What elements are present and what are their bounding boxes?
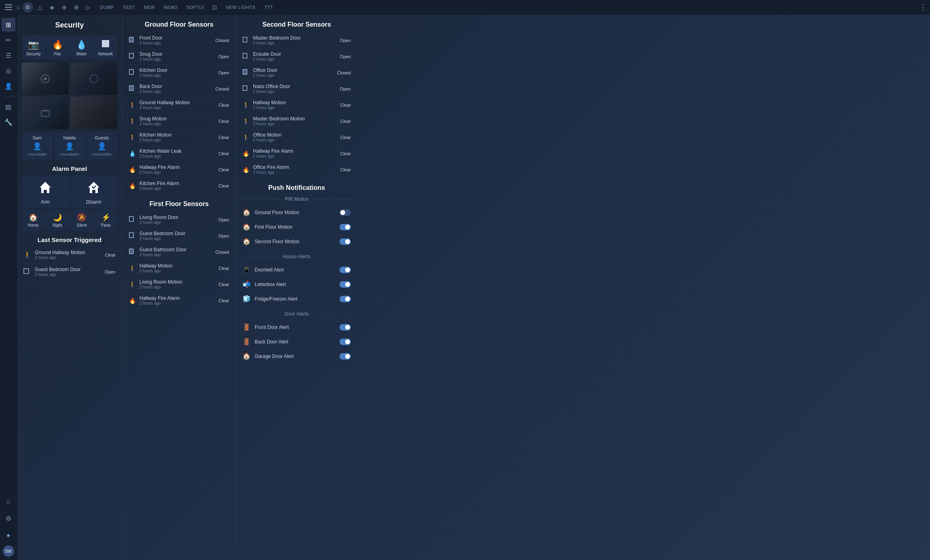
user-sam[interactable]: Sam 👤 Unavailable — [22, 132, 53, 160]
mode-home[interactable]: 🏠 Home — [22, 210, 44, 231]
push-back-door-alert[interactable]: 🚪 Back Door Alert — [241, 335, 352, 349]
user-guests[interactable]: Guests 👤 Unavailable — [86, 132, 117, 160]
sf-office-door-icon — [243, 69, 250, 76]
push-front-door-alert[interactable]: 🚪 Front Door Alert — [241, 320, 352, 335]
sidebar-item-chat[interactable]: ● — [2, 528, 15, 542]
mode-silent[interactable]: 🔕 Silent — [70, 210, 93, 231]
ff-door-guest-bedroom[interactable]: Guest Bedroom Door 2 hours ago Open — [127, 228, 231, 244]
gf-fire-kitchen[interactable]: 🔥 Kitchen Fire Alarm 2 hours ago Clear — [127, 178, 231, 194]
gf-motion-hallway[interactable]: 🚶 Ground Hallway Motion 2 hours ago Clea… — [127, 97, 231, 113]
ff-living-motion-icon: 🚶 — [129, 281, 136, 288]
nav-test[interactable]: TEST — [119, 3, 139, 11]
ff-motion-hallway[interactable]: 🚶 Hallway Motion 2 hours ago Clear — [127, 260, 231, 276]
sidebar-item-list[interactable]: ☰ — [2, 48, 15, 62]
mode-night[interactable]: 🌙 Night — [46, 210, 69, 231]
gf-motion-kitchen[interactable]: 🚶 Kitchen Motion 2 hours ago Clear — [127, 129, 231, 145]
nav-icon-5[interactable]: ▷ — [83, 2, 94, 13]
app-body: ⊞ ✏ ☰ ◎ 👤 ▤ 🔧 ⌂ ⚙ ● SW Security 📷 Securi… — [0, 15, 930, 560]
topnav-items: DUMP TEST NEW NEW2 SOFTUI ⊡ NEW LIGHTS T… — [96, 2, 919, 13]
sf-door-ensuite[interactable]: Ensuite Door 2 hours ago Open — [241, 48, 352, 65]
push-second-floor-motion[interactable]: 🏠 Second Floor Motion — [241, 234, 352, 249]
security-cam-icon: 📷 — [28, 40, 39, 50]
sf-fire-hallway[interactable]: 🔥 Hallway Fire Alarm 2 hours ago Clear — [241, 145, 352, 162]
fire-icon: 🔥 — [52, 40, 63, 50]
disarm-button[interactable]: Disarm — [70, 175, 117, 208]
nav-newlights[interactable]: NEW LIGHTS — [221, 3, 259, 11]
sidebar-item-person[interactable]: 👤 — [2, 79, 15, 93]
push-letterbox[interactable]: 📬 Letterbox Alert — [241, 277, 352, 292]
push-garage-door-alert[interactable]: 🏠 Garage Door Alert — [241, 349, 352, 364]
security-tile-water[interactable]: 💧 Water — [70, 35, 93, 59]
push-fridge-toggle[interactable] — [340, 296, 351, 302]
user-nabila[interactable]: Nabila 👤 Unavailable — [54, 132, 85, 160]
push-first-floor-motion[interactable]: 🏠 First Floor Motion — [241, 220, 352, 234]
sidebar-item-home-bottom[interactable]: ⌂ — [2, 495, 15, 508]
camera-3[interactable] — [22, 97, 69, 129]
gf-front-door-state: Closed — [215, 38, 229, 43]
gf-fire-hallway[interactable]: 🔥 Hallway Fire Alarm 2 hours ago Clear — [127, 162, 231, 178]
ff-guest-bedroom-door-name: Guest Bedroom Door — [139, 231, 215, 236]
sf-motion-hallway[interactable]: 🚶 Hallway Motion 2 hours ago Clear — [241, 97, 352, 113]
push-fridge[interactable]: 🧊 Fridge/Freezer Alert — [241, 292, 352, 306]
sf-door-nabs[interactable]: Nabs Office Door 2 hours ago Open — [241, 81, 352, 97]
sf-motion-master[interactable]: 🚶 Master Bedroom Motion 2 hours ago Clea… — [241, 113, 352, 129]
push-ground-floor-motion[interactable]: 🏠 Ground Floor Motion — [241, 205, 352, 220]
camera-4[interactable] — [70, 97, 117, 129]
camera-2[interactable] — [70, 63, 117, 95]
topnav-more-button[interactable]: ⋮ — [919, 3, 927, 12]
sidebar-item-list2[interactable]: ▤ — [2, 100, 15, 114]
security-tile-network[interactable]: Network — [94, 35, 118, 59]
gf-door-back[interactable]: Back Door 2 hours ago Closed — [127, 81, 231, 97]
gf-door-kitchen[interactable]: Kitchen Door 2 hours ago Open — [127, 65, 231, 81]
nav-new[interactable]: NEW — [140, 3, 159, 11]
push-doorbell-toggle[interactable] — [340, 267, 351, 273]
home-nav-icon[interactable]: ⌂ — [16, 4, 20, 11]
ff-door-guest-bathroom[interactable]: Guest Bathroom Door 2 hours ago Closed — [127, 244, 231, 260]
camera-1[interactable] — [22, 63, 69, 95]
nav-icon-2[interactable]: ◈ — [47, 2, 57, 13]
ff-motion-living[interactable]: 🚶 Living Room Motion 2 hours ago Clear — [127, 276, 231, 293]
nav-ttt[interactable]: TTT — [260, 3, 277, 11]
gf-door-front[interactable]: Front Door 2 hours ago Closed — [127, 32, 231, 48]
ff-fire-hallway[interactable]: 🔥 Hallway Fire Alarm 2 hours ago Clear — [127, 293, 231, 309]
sf-motion-office[interactable]: 🚶 Office Motion 2 hours ago Clear — [241, 129, 352, 145]
push-fridge-knob — [345, 297, 350, 301]
mode-panic[interactable]: ⚡ Panic — [95, 210, 117, 231]
arm-button[interactable]: Arm — [22, 175, 69, 208]
sidebar-item-wrench[interactable]: 🔧 — [2, 115, 15, 129]
sf-door-office[interactable]: Office Door 2 hours ago Closed — [241, 65, 352, 81]
nav-softui[interactable]: SOFTUI — [182, 3, 208, 11]
nav-icon-4[interactable]: ⊗ — [71, 2, 82, 13]
push-front-door-toggle[interactable] — [340, 324, 351, 331]
sidebar-avatar[interactable]: SW — [3, 545, 14, 557]
sf-door-master[interactable]: Master Bedroom Door 2 hours ago Open — [241, 32, 352, 48]
main-content: Security 📷 Security 🔥 Fire 💧 Water — [17, 15, 930, 560]
nav-new2[interactable]: NEW2 — [160, 3, 181, 11]
nav-icon-3[interactable]: ⊕ — [59, 2, 70, 13]
push-back-door-toggle[interactable] — [340, 339, 351, 345]
push-first-motion-toggle[interactable] — [340, 224, 351, 230]
sf-office-motion-info: Office Motion 2 hours ago — [253, 132, 337, 142]
active-nav-icon[interactable]: ⊙ — [23, 2, 33, 13]
sidebar-item-pencil[interactable]: ✏ — [2, 33, 15, 47]
nav-softui-icon[interactable]: ⊡ — [209, 2, 220, 13]
sidebar-item-gauge[interactable]: ◎ — [2, 64, 15, 78]
gf-motion-snug[interactable]: 🚶 Snug Motion 2 hours ago Clear — [127, 113, 231, 129]
nav-icon-1[interactable]: △ — [35, 2, 45, 13]
gf-water-leak[interactable]: 💧 Kitchen Water Leak 2 hours ago Clear — [127, 145, 231, 162]
push-second-motion-toggle[interactable] — [340, 238, 351, 245]
nav-dump[interactable]: DUMP — [96, 3, 118, 11]
ff-guest-bathroom-door-time: 2 hours ago — [139, 253, 212, 257]
security-tile-security[interactable]: 📷 Security — [22, 35, 45, 59]
security-tile-fire[interactable]: 🔥 Fire — [46, 35, 70, 59]
gf-door-snug[interactable]: Snug Door 2 hours ago Open — [127, 48, 231, 65]
push-letterbox-toggle[interactable] — [340, 281, 351, 288]
sidebar-item-grid[interactable]: ⊞ — [2, 18, 15, 32]
sidebar-item-settings[interactable]: ⚙ — [2, 512, 15, 525]
sf-fire-office[interactable]: 🔥 Office Fire Alarm 2 hours ago Clear — [241, 162, 352, 178]
menu-button[interactable] — [3, 2, 15, 13]
push-garage-door-toggle[interactable] — [340, 353, 351, 360]
push-ground-motion-toggle[interactable] — [340, 209, 351, 216]
push-doorbell[interactable]: 📱 Doorbell Alert — [241, 263, 352, 277]
ff-door-living[interactable]: Living Room Door 2 hours ago Open — [127, 212, 231, 228]
